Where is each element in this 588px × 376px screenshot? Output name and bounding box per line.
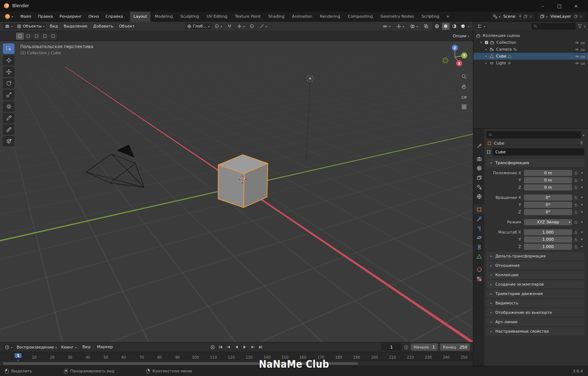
properties-tab-scene[interactable] xyxy=(474,182,484,192)
disclosure-icon[interactable] xyxy=(484,55,488,58)
outliner-editor-type-button[interactable] xyxy=(476,23,487,29)
select-mode-2[interactable] xyxy=(33,33,41,40)
disclosure-icon[interactable] xyxy=(484,61,488,65)
ortho-toggle-icon[interactable] xyxy=(461,104,467,110)
animate-decorator[interactable] xyxy=(579,231,584,233)
object-visibility-dropdown[interactable] xyxy=(381,23,392,30)
cursor-tool[interactable] xyxy=(3,55,14,65)
animate-decorator[interactable] xyxy=(579,197,584,198)
viewport-menu-3[interactable]: Объект xyxy=(116,22,138,31)
animate-decorator[interactable] xyxy=(579,172,584,174)
animate-decorator[interactable] xyxy=(579,246,584,247)
xray-toggle[interactable] xyxy=(422,23,430,29)
outliner-row-cube[interactable]: Cube xyxy=(473,53,588,60)
pivot-point-selector[interactable] xyxy=(213,23,224,29)
properties-tab-modifiers[interactable] xyxy=(474,214,484,223)
select-box-tool[interactable] xyxy=(3,43,14,54)
blender-menu-button[interactable] xyxy=(3,13,15,20)
proportional-editing-toggle[interactable] xyxy=(248,23,256,29)
lock-icon[interactable] xyxy=(572,185,579,189)
properties-section-2[interactable]: Коллекции xyxy=(486,271,584,279)
properties-tab-constraints[interactable] xyxy=(474,242,484,252)
new-viewlayer-icon[interactable] xyxy=(574,14,578,18)
transform-panel-header[interactable]: Трансформация xyxy=(486,159,584,167)
show-overlays-dropdown[interactable] xyxy=(408,23,420,30)
keying-menu[interactable]: Кеинг xyxy=(59,344,79,350)
transform-value-field[interactable]: XYZ Эйлер▾ xyxy=(524,219,572,225)
frame-end-field[interactable]: Конец 250 xyxy=(440,343,470,351)
lock-icon[interactable] xyxy=(572,178,579,182)
workspace-tab-rendering[interactable]: Rendering xyxy=(316,12,344,22)
snap-toggle[interactable] xyxy=(225,23,234,29)
transform-value-field[interactable]: 0° xyxy=(524,209,572,215)
next-keyframe-button[interactable] xyxy=(249,343,256,351)
object-name-field[interactable]: Cube xyxy=(492,148,584,155)
minimize-button[interactable]: – xyxy=(534,0,551,12)
properties-section-6[interactable]: Отображение во вьюпорте xyxy=(486,308,584,317)
disable-in-renders-toggle[interactable] xyxy=(581,54,585,59)
hide-in-viewport-toggle[interactable] xyxy=(575,61,579,65)
scene-selector[interactable]: Scene xyxy=(491,13,535,21)
workspace-tab-texture-paint[interactable]: Texture Paint xyxy=(231,12,265,22)
workspace-tab-scripting[interactable]: Scripting xyxy=(418,12,443,22)
properties-tab-world[interactable] xyxy=(474,192,484,201)
transform-value-field[interactable]: 0° xyxy=(524,195,572,201)
editor-type-button[interactable] xyxy=(3,23,14,30)
outliner-row-scene-collection[interactable]: Коллекция сцены xyxy=(473,32,588,39)
shading-wireframe-button[interactable] xyxy=(433,23,441,30)
viewport-menu-1[interactable]: Выделение xyxy=(61,22,90,31)
transform-value-field[interactable]: 1.000 xyxy=(524,236,572,243)
shading-rendered-button[interactable] xyxy=(459,23,467,30)
scale-tool[interactable] xyxy=(3,90,14,100)
current-frame-field[interactable]: 1 xyxy=(381,343,402,351)
browse-object-icon[interactable] xyxy=(486,150,491,154)
animate-decorator[interactable] xyxy=(579,204,584,205)
transform-value-field[interactable]: 0 m xyxy=(524,177,572,183)
menu-item-0[interactable]: Файл xyxy=(17,12,34,21)
lock-icon[interactable] xyxy=(572,238,579,242)
play-button[interactable] xyxy=(241,343,248,351)
properties-section-8[interactable]: Настраиваемые свойства xyxy=(486,327,584,336)
lock-icon[interactable] xyxy=(572,220,579,224)
properties-tab-output[interactable] xyxy=(474,163,484,173)
properties-tab-view-layer[interactable] xyxy=(474,173,484,182)
previous-keyframe-button[interactable] xyxy=(225,343,232,351)
select-mode-3[interactable] xyxy=(41,33,49,40)
disable-in-renders-toggle[interactable] xyxy=(581,47,585,52)
preview-range-icon[interactable] xyxy=(404,345,409,350)
options-dropdown[interactable]: Опции xyxy=(453,34,469,38)
transform-value-field[interactable]: 0° xyxy=(524,202,572,208)
move-tool[interactable] xyxy=(3,67,14,77)
playhead[interactable]: 1 xyxy=(18,353,25,361)
properties-section-5[interactable]: Видимость xyxy=(486,299,584,307)
3d-viewport[interactable]: Пользовательская перспектива (1) Collect… xyxy=(0,41,473,342)
shading-material-button[interactable] xyxy=(450,23,458,30)
disclosure-icon[interactable] xyxy=(479,41,483,44)
timeline-ruler[interactable]: 1 10203040506070809010011012013014015016… xyxy=(0,352,473,361)
timeline-editor-type-button[interactable] xyxy=(3,344,14,350)
properties-tab-physics[interactable] xyxy=(474,233,484,242)
new-scene-icon[interactable] xyxy=(524,14,528,18)
transform-value-field[interactable]: 1.000 xyxy=(524,229,572,235)
jump-to-end-button[interactable] xyxy=(257,343,264,351)
select-mode-4[interactable] xyxy=(49,33,57,40)
properties-tab-particles[interactable] xyxy=(474,223,484,233)
filter-icon[interactable] xyxy=(578,24,582,29)
transform-value-field[interactable]: 0 m xyxy=(524,184,572,191)
properties-section-3[interactable]: Создание экземпляров xyxy=(486,280,584,289)
timeline-menu-1[interactable]: Маркер xyxy=(94,342,116,352)
menu-item-4[interactable]: Справка xyxy=(102,12,126,21)
menu-item-3[interactable]: Окно xyxy=(85,12,102,21)
outliner-row-camera[interactable]: Camera xyxy=(473,46,588,53)
lock-icon[interactable] xyxy=(572,203,579,207)
workspace-tab-geometry-nodes[interactable]: Geometry Nodes xyxy=(377,12,418,22)
timeline-menu-0[interactable]: Вид xyxy=(79,342,94,352)
animate-decorator[interactable] xyxy=(579,239,584,240)
workspace-tab-animation[interactable]: Animation xyxy=(288,12,316,22)
animate-decorator[interactable] xyxy=(579,211,584,213)
viewport-menu-2[interactable]: Добавить xyxy=(90,22,116,31)
lock-icon[interactable] xyxy=(572,230,579,234)
viewport-menu-0[interactable]: Вид xyxy=(47,22,61,31)
gizmo-neg-y-ball[interactable] xyxy=(443,58,448,63)
camera-view-icon[interactable] xyxy=(461,94,467,99)
